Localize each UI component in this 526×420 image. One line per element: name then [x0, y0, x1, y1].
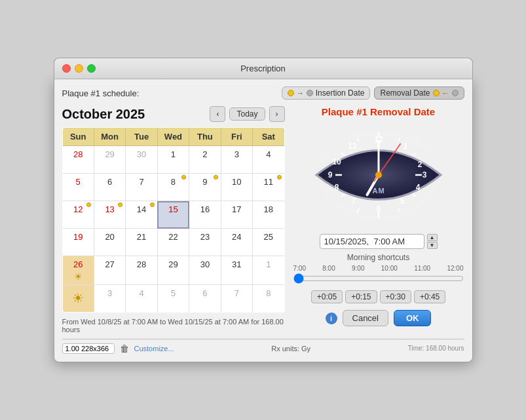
dimension-input[interactable] — [62, 343, 115, 354]
shortcut-5min-button[interactable]: +0:05 — [311, 290, 343, 303]
insertion-date-label: Insertion Date — [316, 88, 365, 98]
calendar-day[interactable]: 10 — [221, 174, 252, 201]
svg-text:10: 10 — [332, 157, 341, 166]
svg-text:3: 3 — [422, 170, 426, 180]
shortcut-45min-button[interactable]: +0:45 — [414, 290, 445, 303]
time-mark-1100: 11:00 — [414, 265, 430, 272]
calendar-day-today[interactable]: 15 — [157, 201, 189, 229]
yellow-dot2-icon — [433, 90, 440, 96]
title-bar: Prescription — [54, 58, 473, 79]
window-controls[interactable] — [62, 64, 96, 73]
info-icon[interactable]: i — [326, 313, 337, 324]
calendar-day[interactable]: 6 — [189, 284, 221, 312]
gray-dot-icon — [307, 90, 313, 96]
removal-date-label: Removal Date — [380, 88, 430, 98]
calendar-day[interactable]: 4 — [253, 146, 284, 174]
calendar-day[interactable]: 28 — [62, 146, 94, 174]
calendar-day[interactable]: 30 — [126, 146, 157, 174]
step-up-button[interactable]: ▲ — [427, 234, 438, 241]
calendar-day[interactable]: 1 — [157, 146, 189, 174]
calendar-day[interactable]: 21 — [126, 229, 157, 256]
calendar-day[interactable]: 23 — [189, 229, 221, 256]
calendar-day[interactable]: 5 — [62, 174, 94, 201]
calendar-day[interactable]: 19 — [62, 229, 94, 256]
calendar-day[interactable]: 14 — [126, 201, 157, 229]
schedule-buttons: → Insertion Date Removal Date ← — [282, 86, 464, 100]
yellow-dot-icon — [288, 90, 294, 96]
calendar-day[interactable]: 17 — [221, 201, 252, 229]
svg-line-4 — [412, 153, 416, 156]
calendar-day[interactable]: 3 — [94, 284, 125, 312]
calendar-day[interactable]: 9 — [189, 174, 221, 201]
calendar-day[interactable]: 1 — [253, 256, 284, 284]
weekday-fri: Fri — [221, 128, 252, 146]
calendar-day[interactable]: 30 — [189, 256, 221, 284]
shortcut-30min-button[interactable]: +0:30 — [380, 290, 411, 303]
maximize-button[interactable] — [87, 64, 96, 73]
next-month-button[interactable]: › — [269, 106, 285, 122]
calendar-day[interactable]: 6 — [94, 174, 125, 201]
svg-text:7: 7 — [351, 197, 356, 206]
calendar-day[interactable]: 5 — [157, 284, 189, 312]
trash-icon[interactable]: 🗑 — [120, 343, 129, 354]
table-row: 5 6 7 8 9 10 — [62, 174, 284, 201]
gray-dot2-icon — [452, 90, 459, 96]
calendar-day-current-sun[interactable]: 26 ☀ — [62, 256, 94, 284]
calendar-day[interactable]: 20 — [94, 229, 125, 256]
weekday-thu: Thu — [189, 128, 221, 146]
calendar-day[interactable]: 25 — [253, 229, 284, 256]
shortcuts-label: Morning shortcuts — [347, 253, 409, 262]
calendar-day[interactable]: 8 — [253, 284, 284, 312]
info-bar: From Wed 10/8/25 at 7:00 AM to Wed 10/15… — [62, 318, 285, 334]
calendar-day[interactable]: 31 — [221, 256, 252, 284]
calendar-day[interactable]: 3 — [221, 146, 252, 174]
ok-button[interactable]: OK — [394, 310, 432, 326]
calendar-day[interactable]: 8 — [157, 174, 189, 201]
customize-link[interactable]: Customize... — [134, 345, 174, 353]
calendar-day[interactable]: 28 — [126, 256, 157, 284]
prev-month-button[interactable]: ‹ — [210, 106, 225, 122]
svg-text:11: 11 — [348, 142, 357, 151]
svg-text:6: 6 — [376, 204, 381, 214]
step-down-button[interactable]: ▼ — [427, 242, 438, 249]
time-stepper[interactable]: ▲ ▼ — [427, 234, 438, 249]
cancel-button[interactable]: Cancel — [343, 310, 388, 326]
calendar-day[interactable]: 7 — [221, 284, 252, 312]
calendar-day[interactable]: 16 — [189, 201, 221, 229]
datetime-input[interactable] — [320, 234, 424, 249]
calendar-day[interactable]: 4 — [126, 284, 157, 312]
calendar-day-sun-icon[interactable]: ☀ — [62, 284, 94, 312]
info-text: From Wed 10/8/25 at 7:00 AM to Wed 10/15… — [62, 318, 284, 334]
calendar-grid: Sun Mon Tue Wed Thu Fri Sat 28 — [62, 127, 285, 312]
weekday-sun: Sun — [62, 128, 94, 146]
svg-text:4: 4 — [415, 183, 420, 192]
calendar-day[interactable]: 11 — [253, 174, 284, 201]
calendar-day[interactable]: 12 — [62, 201, 94, 229]
calendar-day[interactable]: 7 — [126, 174, 157, 201]
close-button[interactable] — [62, 64, 71, 73]
svg-line-3 — [398, 138, 400, 142]
calendar: October 2025 ‹ Today › Sun Mon Tue Wed T… — [62, 106, 285, 333]
minimize-button[interactable] — [75, 64, 83, 73]
action-row: i Cancel OK — [326, 310, 432, 326]
calendar-day[interactable]: 13 — [94, 201, 125, 229]
shortcut-15min-button[interactable]: +0:15 — [345, 290, 377, 303]
calendar-day[interactable]: 29 — [157, 256, 189, 284]
calendar-day[interactable]: 2 — [189, 146, 221, 174]
calendar-day[interactable]: 22 — [157, 229, 189, 256]
time-mark-1200: 12:00 — [447, 265, 463, 272]
time-range-slider[interactable] — [293, 273, 464, 284]
calendar-day[interactable]: 24 — [221, 229, 252, 256]
window-title: Prescription — [240, 64, 286, 73]
calendar-day[interactable]: 18 — [253, 201, 284, 229]
svg-line-13 — [357, 138, 360, 142]
calendar-day[interactable]: 29 — [94, 146, 125, 174]
insertion-date-button[interactable]: → Insertion Date — [282, 86, 371, 100]
calendar-day[interactable]: 27 — [94, 256, 125, 284]
svg-line-9 — [357, 209, 360, 213]
svg-line-12 — [341, 153, 345, 156]
removal-date-button[interactable]: Removal Date ← — [374, 86, 464, 100]
calendar-weekday-header: Sun Mon Tue Wed Thu Fri Sat — [62, 128, 284, 146]
clock-container: 12 1 2 3 4 5 6 7 — [313, 123, 444, 227]
today-button[interactable]: Today — [229, 107, 265, 121]
